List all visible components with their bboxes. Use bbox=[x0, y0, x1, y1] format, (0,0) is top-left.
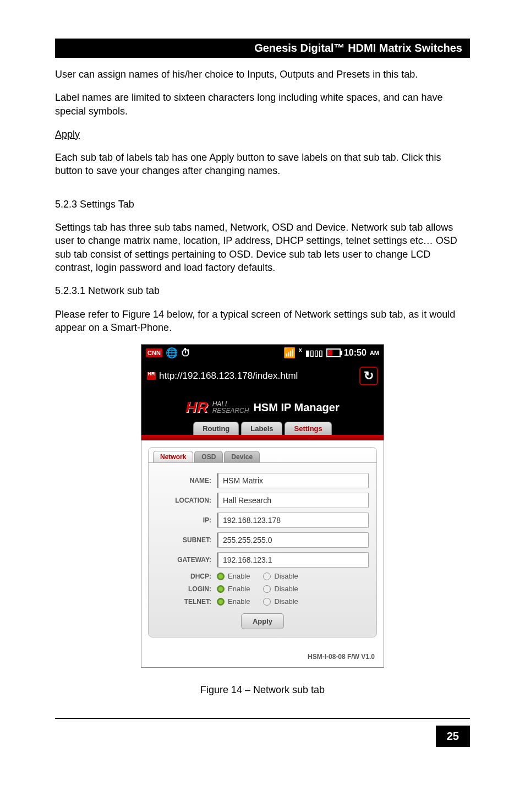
doc-header: Genesis Digital™ HDMI Matrix Switches bbox=[55, 39, 470, 58]
status-ampm: AM bbox=[370, 350, 379, 356]
para-apply-desc: Each sub tab of labels tab has one Apply… bbox=[55, 151, 470, 178]
heading-5231: 5.2.3.1 Network sub tab bbox=[55, 284, 470, 297]
radio-label-enable: Enable bbox=[228, 572, 250, 580]
settings-panel: Network OSD Device NAME: LOCATION: IP: bbox=[148, 447, 377, 637]
footer: 25 bbox=[55, 718, 470, 747]
tab-labels[interactable]: Labels bbox=[241, 422, 282, 435]
para-figure-ref: Please refer to Figure 14 below, for a t… bbox=[55, 308, 470, 335]
radio-dhcp-disable[interactable] bbox=[263, 573, 271, 580]
status-bar: CNN 🌐 ⏱ 📶 x ▮▯▯▯ 10:50 AM bbox=[141, 345, 384, 361]
radio-login-enable[interactable] bbox=[217, 585, 225, 593]
radio-login-disable[interactable] bbox=[263, 585, 271, 593]
battery-icon bbox=[326, 348, 341, 357]
signal-icon: ▮▯▯▯ bbox=[305, 348, 323, 357]
wifi-icon: 📶 bbox=[283, 347, 296, 359]
clock-icon: ⏱ bbox=[181, 347, 191, 359]
radio-label-disable: Disable bbox=[274, 597, 298, 606]
label-telnet: TELNET: bbox=[156, 598, 217, 606]
label-subnet: SUBNET: bbox=[156, 536, 217, 544]
hr-brand-text: HALL RESEARCH bbox=[212, 401, 249, 414]
refresh-button[interactable]: ↻ bbox=[359, 367, 378, 385]
radio-label-enable: Enable bbox=[228, 597, 250, 606]
main-tabs: Routing Labels Settings bbox=[141, 422, 384, 435]
red-band bbox=[141, 435, 384, 440]
status-time: 10:50 bbox=[344, 348, 367, 358]
subtab-osd[interactable]: OSD bbox=[194, 451, 223, 462]
figure-caption: Figure 14 – Network sub tab bbox=[55, 684, 470, 696]
brand-row: HR HALL RESEARCH HSM IP Manager bbox=[141, 399, 384, 422]
apply-button[interactable]: Apply bbox=[241, 613, 284, 629]
url-bar: HR http://192.168.123.178/index.html ↻ bbox=[141, 361, 384, 391]
page-number: 25 bbox=[436, 726, 470, 747]
input-name[interactable] bbox=[217, 473, 369, 488]
signal-x-icon: x bbox=[299, 346, 302, 353]
subtab-network[interactable]: Network bbox=[153, 451, 193, 462]
hr-logo-icon: HR bbox=[185, 399, 207, 416]
label-login: LOGIN: bbox=[156, 585, 217, 593]
para-assign-names: User can assign names of his/her choice … bbox=[55, 68, 470, 81]
label-gateway: GATEWAY: bbox=[156, 556, 217, 564]
para-settings-desc: Settings tab has three sub tabs named, N… bbox=[55, 221, 470, 274]
radio-label-disable: Disable bbox=[274, 572, 298, 580]
heading-523: 5.2.3 Settings Tab bbox=[55, 198, 470, 211]
input-subnet[interactable] bbox=[217, 532, 369, 548]
label-dhcp: DHCP: bbox=[156, 573, 217, 580]
favicon-icon: HR bbox=[147, 372, 156, 380]
subtab-device[interactable]: Device bbox=[224, 451, 260, 462]
label-location: LOCATION: bbox=[156, 497, 217, 504]
tab-settings[interactable]: Settings bbox=[285, 422, 331, 435]
radio-label-enable: Enable bbox=[228, 585, 250, 593]
apply-heading: Apply bbox=[55, 128, 470, 141]
cnn-icon: CNN bbox=[146, 348, 162, 357]
input-gateway[interactable] bbox=[217, 552, 369, 568]
label-ip: IP: bbox=[156, 516, 217, 524]
app-title: HSM IP Manager bbox=[253, 401, 339, 414]
radio-telnet-disable[interactable] bbox=[263, 598, 271, 606]
doc-header-title: Genesis Digital™ HDMI Matrix Switches bbox=[254, 42, 462, 54]
para-label-limit: Label names are limited to sixteen chara… bbox=[55, 91, 470, 118]
phone-screenshot: CNN 🌐 ⏱ 📶 x ▮▯▯▯ 10:50 AM HR http://192.… bbox=[141, 344, 384, 668]
radio-telnet-enable[interactable] bbox=[217, 598, 225, 606]
tab-routing[interactable]: Routing bbox=[193, 422, 239, 435]
firmware-label: HSM-I-08-08 F/W V1.0 bbox=[141, 644, 384, 667]
input-ip[interactable] bbox=[217, 513, 369, 528]
input-location[interactable] bbox=[217, 493, 369, 508]
radio-dhcp-enable[interactable] bbox=[217, 573, 225, 580]
label-name: NAME: bbox=[156, 477, 217, 484]
radio-label-disable: Disable bbox=[274, 585, 298, 593]
url-text: http://192.168.123.178/index.html bbox=[159, 370, 298, 382]
globe-icon: 🌐 bbox=[166, 347, 178, 359]
